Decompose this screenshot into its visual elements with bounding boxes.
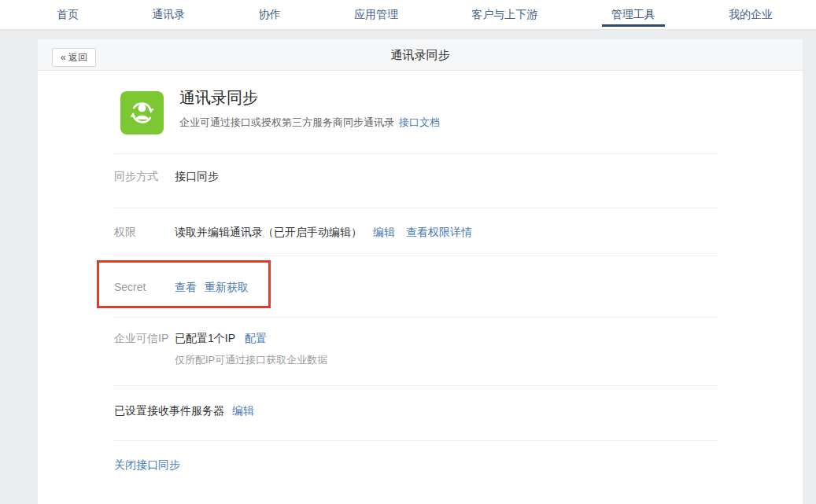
panel-header: « 返回 通讯录同步 bbox=[38, 39, 803, 71]
divider bbox=[114, 208, 718, 208]
nav-tab-app-management[interactable]: 应用管理 bbox=[346, 0, 406, 29]
trusted-ip-value: 已配置1个IP配置 bbox=[175, 332, 267, 346]
divider bbox=[114, 317, 718, 318]
nav-tab-management-tools[interactable]: 管理工具 bbox=[604, 0, 663, 29]
secret-view-link[interactable]: 查看 bbox=[175, 281, 197, 293]
event-server-edit-link[interactable]: 编辑 bbox=[232, 404, 254, 417]
close-sync-row: 关闭接口同步 bbox=[114, 458, 180, 473]
nav-tab-my-enterprise[interactable]: 我的企业 bbox=[721, 0, 781, 29]
top-nav: 首页 通讯录 协作 应用管理 客户与上下游 管理工具 我的企业 bbox=[0, 0, 816, 30]
divider bbox=[114, 153, 718, 154]
divider bbox=[114, 440, 718, 441]
subtitle-text: 企业可通过接口或授权第三方服务商同步通讯录 bbox=[179, 116, 394, 128]
panel-title: 通讯录同步 bbox=[38, 39, 803, 71]
sync-method-label: 同步方式 bbox=[114, 170, 158, 184]
trusted-ip-note: 仅所配IP可通过接口获取企业数据 bbox=[175, 353, 327, 367]
nav-tab-contacts[interactable]: 通讯录 bbox=[144, 0, 193, 29]
contact-sync-icon bbox=[120, 91, 164, 134]
nav-tab-collaboration[interactable]: 协作 bbox=[251, 0, 289, 29]
divider bbox=[114, 256, 718, 256]
permission-edit-link[interactable]: 编辑 bbox=[373, 226, 395, 238]
nav-tab-home[interactable]: 首页 bbox=[49, 0, 87, 29]
event-server-text: 已设置接收事件服务器 bbox=[114, 404, 224, 417]
page-subtitle: 企业可通过接口或授权第三方服务商同步通讯录接口文档 bbox=[179, 116, 440, 130]
contact-sync-panel: « 返回 通讯录同步 通讯录同步 企业可通过接口或授权第三方服务商同步通讯录接口… bbox=[38, 39, 803, 504]
trusted-ip-label: 企业可信IP bbox=[114, 332, 168, 346]
api-doc-link[interactable]: 接口文档 bbox=[399, 116, 440, 128]
divider bbox=[114, 385, 718, 386]
permission-label: 权限 bbox=[114, 226, 136, 240]
trusted-ip-count: 已配置1个IP bbox=[175, 332, 235, 344]
secret-actions: 查看重新获取 bbox=[175, 281, 249, 295]
secret-label: Secret bbox=[114, 281, 146, 293]
permission-value: 读取并编辑通讯录（已开启手动编辑）编辑查看权限详情 bbox=[175, 226, 472, 240]
trusted-ip-config-link[interactable]: 配置 bbox=[245, 332, 267, 344]
permission-detail-link[interactable]: 查看权限详情 bbox=[406, 226, 472, 238]
nav-tab-customers-upstream[interactable]: 客户与上下游 bbox=[463, 0, 545, 29]
sync-method-value: 接口同步 bbox=[175, 170, 219, 184]
permission-text: 读取并编辑通讯录（已开启手动编辑） bbox=[175, 226, 362, 238]
close-sync-link[interactable]: 关闭接口同步 bbox=[114, 458, 180, 471]
event-server-row: 已设置接收事件服务器编辑 bbox=[114, 404, 254, 418]
secret-refresh-link[interactable]: 重新获取 bbox=[205, 281, 249, 293]
page-title: 通讯录同步 bbox=[179, 87, 258, 109]
